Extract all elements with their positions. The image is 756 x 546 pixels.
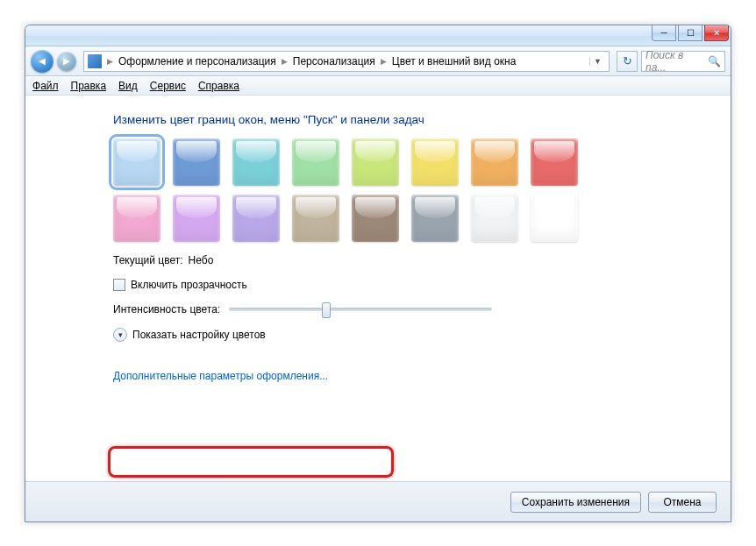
- color-swatch-ruby[interactable]: [531, 138, 578, 186]
- menu-tools[interactable]: Сервис: [150, 80, 186, 92]
- color-swatch-chocolate[interactable]: [352, 195, 399, 242]
- color-swatch-leaf[interactable]: [292, 138, 339, 186]
- chevron-right-icon: ▶: [381, 57, 387, 66]
- intensity-row: Интенсивность цвета:: [113, 303, 703, 316]
- transparency-checkbox[interactable]: [113, 279, 125, 291]
- chevron-right-icon: ▶: [107, 57, 113, 66]
- color-swatch-slate[interactable]: [411, 195, 459, 242]
- color-swatch-fuchsia[interactable]: [113, 195, 160, 242]
- transparency-row: Включить прозрачность: [113, 279, 703, 291]
- color-swatch-lavender[interactable]: [232, 195, 280, 242]
- current-color-row: Текущий цвет: Небо: [113, 254, 703, 266]
- breadcrumb[interactable]: Цвет и внешний вид окна: [392, 55, 517, 67]
- annotation-highlight: [108, 446, 394, 478]
- transparency-label: Включить прозрачность: [131, 279, 247, 291]
- color-swatch-grid: [113, 138, 703, 242]
- show-mixer-row[interactable]: ▾ Показать настройку цветов: [113, 328, 703, 342]
- close-button[interactable]: ✕: [704, 25, 729, 41]
- breadcrumb[interactable]: Персонализация: [293, 55, 375, 67]
- forward-button[interactable]: ►: [57, 52, 76, 71]
- address-dropdown[interactable]: ▼: [589, 57, 605, 66]
- color-swatch-lime[interactable]: [352, 138, 399, 186]
- advanced-appearance-link[interactable]: Дополнительные параметры оформления...: [113, 370, 328, 382]
- color-swatch-violet[interactable]: [173, 195, 220, 242]
- color-swatch-pumpkin[interactable]: [471, 138, 518, 186]
- minimize-button[interactable]: ─: [652, 25, 676, 41]
- save-button[interactable]: Сохранить изменения: [510, 492, 641, 513]
- intensity-slider[interactable]: [229, 308, 492, 311]
- show-mixer-label: Показать настройку цветов: [132, 329, 266, 341]
- color-swatch-frost[interactable]: [471, 195, 518, 242]
- color-swatch-sky[interactable]: [113, 138, 160, 186]
- address-bar[interactable]: ▶ Оформление и персонализация ▶ Персонал…: [83, 51, 610, 72]
- menu-file[interactable]: Файл: [32, 80, 59, 92]
- menubar: Файл Правка Вид Сервис Справка: [25, 76, 731, 96]
- titlebar[interactable]: ─ ☐ ✕: [25, 25, 731, 46]
- chevron-down-icon[interactable]: ▾: [113, 328, 127, 342]
- current-color-label: Текущий цвет:: [113, 254, 183, 266]
- page-title: Изменить цвет границ окон, меню "Пуск" и…: [113, 113, 703, 126]
- color-swatch-taupe[interactable]: [292, 195, 339, 242]
- search-icon: 🔍: [708, 55, 721, 67]
- current-color-value: Небо: [189, 254, 214, 266]
- menu-edit[interactable]: Правка: [71, 80, 107, 92]
- content-area: Изменить цвет границ окон, меню "Пуск" и…: [25, 96, 731, 481]
- color-swatch-sea[interactable]: [232, 138, 280, 186]
- footer-bar: Сохранить изменения Отмена: [25, 481, 731, 521]
- refresh-button[interactable]: ↻: [617, 51, 638, 72]
- location-icon: [88, 54, 102, 68]
- menu-help[interactable]: Справка: [198, 80, 239, 92]
- cancel-button[interactable]: Отмена: [648, 492, 717, 513]
- nav-toolbar: ◄ ► ▶ Оформление и персонализация ▶ Перс…: [25, 46, 731, 76]
- color-swatch-twilight[interactable]: [173, 138, 220, 186]
- slider-thumb[interactable]: [322, 302, 331, 318]
- maximize-button[interactable]: ☐: [678, 25, 703, 41]
- chevron-right-icon: ▶: [282, 57, 288, 66]
- search-placeholder: Поиск в па...: [645, 49, 704, 74]
- color-swatch-sun[interactable]: [411, 138, 459, 186]
- menu-view[interactable]: Вид: [118, 80, 138, 92]
- window-frame: ─ ☐ ✕ ◄ ► ▶ Оформление и персонализация …: [25, 25, 731, 522]
- color-swatch-blank[interactable]: [531, 195, 578, 242]
- back-button[interactable]: ◄: [31, 50, 53, 73]
- search-input[interactable]: Поиск в па... 🔍: [641, 51, 725, 72]
- intensity-label: Интенсивность цвета:: [113, 303, 220, 316]
- breadcrumb[interactable]: Оформление и персонализация: [118, 55, 276, 67]
